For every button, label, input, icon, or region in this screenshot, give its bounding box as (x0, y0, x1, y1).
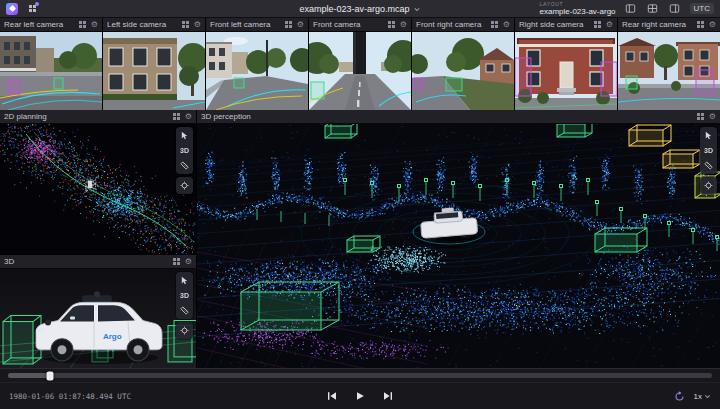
select-cursor-tool[interactable] (701, 128, 716, 143)
perception-3d-view[interactable] (197, 124, 720, 368)
settings-gear-icon[interactable]: ⚙ (185, 258, 192, 266)
data-source-menu[interactable]: example-023-av-argo.mcap (299, 0, 420, 18)
settings-gear-icon[interactable]: ⚙ (503, 21, 510, 29)
chevron-down-icon (414, 6, 421, 13)
recenter-crosshair-tool[interactable] (177, 178, 192, 193)
chevron-down-icon (704, 393, 711, 400)
split-panel-icon[interactable] (491, 21, 498, 28)
playback-speed-selector[interactable]: 1x (694, 392, 711, 401)
camera-panel-row: Rear left camera ⚙ (0, 18, 720, 110)
split-panel-icon[interactable] (285, 21, 292, 28)
panel-title: Rear left camera (4, 20, 75, 29)
playback-controls-row: 1980-01-06 01:87:48.494 UTC 1x (0, 383, 720, 409)
planning-2d-view[interactable] (0, 124, 196, 254)
camera-feed-front-right (412, 32, 514, 110)
panel-title: 3D (4, 257, 169, 266)
perception-panel: 3D perception ⚙ 3D (197, 110, 720, 368)
layouts-icon[interactable] (25, 2, 39, 16)
split-panel-icon[interactable] (79, 21, 86, 28)
measure-tool[interactable] (177, 158, 192, 173)
camera-feed-front (309, 32, 411, 110)
settings-gear-icon[interactable]: ⚙ (709, 21, 716, 29)
timeline-scrubber[interactable] (8, 373, 712, 378)
panel-title: Rear right camera (622, 20, 693, 29)
settings-gear-icon[interactable]: ⚙ (194, 21, 201, 29)
camera-image[interactable] (206, 32, 308, 110)
view-toolbar: 3D (176, 272, 193, 339)
transport-controls (324, 388, 396, 404)
ego-vehicle-3d-view[interactable]: Argo (0, 269, 196, 368)
split-panel-icon[interactable] (388, 21, 395, 28)
panel-title: 3D perception (201, 112, 693, 121)
split-panel-icon[interactable] (173, 113, 180, 120)
split-panel-icon[interactable] (173, 258, 180, 265)
settings-gear-icon[interactable]: ⚙ (400, 21, 407, 29)
panel-header[interactable]: Front camera ⚙ (309, 18, 411, 32)
timeline-played-region (8, 373, 50, 378)
top-bar: example-023-av-argo.mcap LAYOUT example-… (0, 0, 720, 18)
camera-image[interactable] (103, 32, 205, 110)
timeline-playhead[interactable] (47, 371, 54, 380)
panel-title: Front camera (313, 20, 384, 29)
camera-image[interactable] (412, 32, 514, 110)
camera-panel-front-left: Front left camera ⚙ (206, 18, 308, 110)
select-cursor-tool[interactable] (177, 273, 192, 288)
view-toolbar: 3D (176, 127, 193, 194)
seek-backward-button[interactable] (324, 388, 340, 404)
panel-header[interactable]: Front left camera ⚙ (206, 18, 308, 32)
camera-mode-toggle[interactable]: 3D (701, 143, 716, 158)
panel-header[interactable]: Left side camera ⚙ (103, 18, 205, 32)
camera-image[interactable] (309, 32, 411, 110)
play-button[interactable] (352, 388, 368, 404)
seek-forward-button[interactable] (380, 388, 396, 404)
recenter-crosshair-tool[interactable] (177, 323, 192, 338)
layout-grid-toggle-icon[interactable] (646, 2, 660, 16)
split-panel-icon[interactable] (594, 21, 601, 28)
select-cursor-tool[interactable] (177, 128, 192, 143)
settings-gear-icon[interactable]: ⚙ (297, 21, 304, 29)
split-panel-icon[interactable] (182, 21, 189, 28)
panel-header[interactable]: 2D planning ⚙ (0, 110, 196, 124)
main-area: 2D planning ⚙ 3D (0, 110, 720, 368)
panel-header[interactable]: Rear right camera ⚙ (618, 18, 720, 32)
camera-panel-front-right: Front right camera ⚙ (412, 18, 514, 110)
panel-header[interactable]: Rear left camera ⚙ (0, 18, 102, 32)
left-sidebar-toggle-icon[interactable] (624, 2, 638, 16)
panel-header[interactable]: 3D ⚙ (0, 255, 196, 269)
split-panel-icon[interactable] (697, 113, 704, 120)
camera-feed-left-side (103, 32, 205, 110)
camera-image[interactable] (515, 32, 617, 110)
view-toolbar: 3D (700, 127, 717, 194)
foxglove-app: example-023-av-argo.mcap LAYOUT example-… (0, 0, 720, 409)
timezone-button[interactable]: UTC (690, 3, 714, 14)
camera-feed-rear-left (0, 32, 102, 110)
right-sidebar-toggle-icon[interactable] (668, 2, 682, 16)
panel-title: Right side camera (519, 20, 590, 29)
current-timestamp: 1980-01-06 01:87:48.494 UTC (9, 392, 131, 401)
panel-header[interactable]: Right side camera ⚙ (515, 18, 617, 32)
camera-feed-right-side (515, 32, 617, 110)
playback-bar: 1980-01-06 01:87:48.494 UTC 1x (0, 368, 720, 409)
split-panel-icon[interactable] (697, 21, 704, 28)
settings-gear-icon[interactable]: ⚙ (709, 113, 716, 121)
foxglove-logo-icon[interactable] (6, 3, 18, 15)
panel-header[interactable]: Front right camera ⚙ (412, 18, 514, 32)
panel-header[interactable]: 3D perception ⚙ (197, 110, 720, 124)
panel-title: Front right camera (416, 20, 487, 29)
layout-selector[interactable]: LAYOUT example-023-av-argo (540, 2, 616, 16)
data-source-name: example-023-av-argo.mcap (299, 4, 409, 14)
recenter-crosshair-tool[interactable] (701, 178, 716, 193)
car-brand-logo: Argo (103, 332, 122, 341)
settings-gear-icon[interactable]: ⚙ (606, 21, 613, 29)
camera-panel-left-side: Left side camera ⚙ (103, 18, 205, 110)
measure-tool[interactable] (701, 158, 716, 173)
loop-toggle-icon[interactable] (673, 389, 687, 403)
camera-image[interactable] (618, 32, 720, 110)
camera-mode-toggle[interactable]: 3D (177, 143, 192, 158)
camera-mode-toggle[interactable]: 3D (177, 288, 192, 303)
grid-icon (29, 5, 36, 12)
camera-image[interactable] (0, 32, 102, 110)
measure-tool[interactable] (177, 303, 192, 318)
settings-gear-icon[interactable]: ⚙ (185, 113, 192, 121)
settings-gear-icon[interactable]: ⚙ (91, 21, 98, 29)
